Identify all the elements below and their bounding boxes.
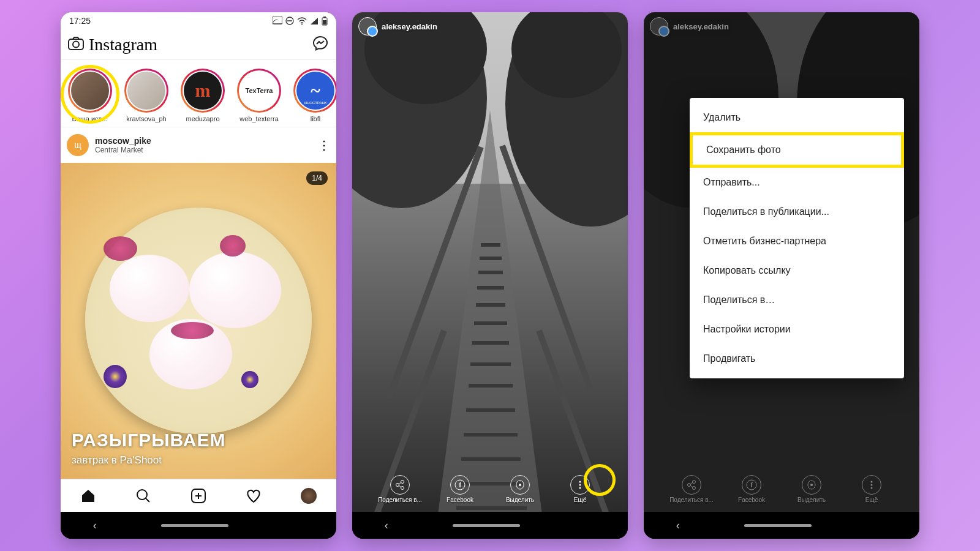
- post-username[interactable]: moscow_pike: [95, 136, 318, 146]
- menu-item[interactable]: Настройки истории: [690, 315, 904, 344]
- system-nav: ‹: [352, 512, 628, 539]
- signal-icon: [310, 17, 318, 25]
- svg-point-8: [73, 41, 79, 47]
- story-actions-bar: Поделиться в...fFacebookВыделитьЕщё: [352, 475, 628, 503]
- story-action-highlight: Выделить: [788, 475, 835, 503]
- more-icon: [570, 475, 590, 495]
- story-label: web_texterra: [239, 115, 279, 122]
- svg-point-61: [871, 481, 873, 483]
- home-pill[interactable]: [161, 524, 228, 527]
- battery-icon: [322, 17, 328, 26]
- post-location[interactable]: Central Market: [95, 146, 318, 154]
- svg-rect-5: [323, 17, 326, 18]
- bottom-nav: [61, 479, 336, 512]
- story-action-label: Поделиться в...: [378, 497, 422, 503]
- svg-point-46: [579, 481, 581, 483]
- menu-item[interactable]: Сохранить фото: [690, 132, 904, 168]
- story-user-avatar[interactable]: [358, 17, 377, 36]
- svg-line-57: [690, 485, 693, 487]
- post-avatar[interactable]: щ: [67, 134, 89, 156]
- post-image[interactable]: 1/4 РАЗЫГРЫВАЕМ завтрак в Pa'Shoot: [61, 163, 336, 479]
- nav-newpost-icon[interactable]: [181, 482, 216, 509]
- app-header: Instagram: [61, 29, 336, 60]
- messenger-icon[interactable]: [312, 35, 329, 54]
- svg-point-55: [693, 487, 696, 490]
- story-action-label: Выделить: [797, 497, 826, 503]
- post-header: щ moscow_pike Central Market ⋮: [61, 127, 336, 163]
- story-media: aleksey.edakin Поделиться в...fFacebookВ…: [644, 12, 919, 512]
- wifi-icon: [297, 17, 307, 25]
- story-action-share[interactable]: Поделиться в...: [376, 475, 424, 503]
- post-more-icon[interactable]: ⋮: [318, 138, 330, 152]
- svg-text:f: f: [750, 481, 753, 489]
- nav-activity-icon[interactable]: [236, 482, 271, 509]
- story-action-label: Поделиться в...: [669, 497, 714, 503]
- story-action-label: Ещё: [574, 497, 586, 503]
- story-label: kravtsova_ph: [126, 115, 166, 122]
- status-time: 17:25: [69, 16, 91, 26]
- carousel-counter: 1/4: [306, 171, 328, 185]
- story-item[interactable]: ~ИНОСТРАНКlibfl: [290, 69, 336, 122]
- back-icon[interactable]: ‹: [676, 519, 680, 532]
- facebook-icon: f: [450, 475, 470, 495]
- story-action-facebook: fFacebook: [728, 475, 775, 503]
- svg-point-45: [519, 484, 521, 486]
- system-nav: ‹: [644, 512, 919, 539]
- story-header: aleksey.edakin: [650, 17, 913, 36]
- phone-story-viewer: aleksey.edakin Поделиться в...fFacebookВ…: [352, 12, 628, 539]
- menu-item[interactable]: Поделиться в…: [690, 285, 904, 315]
- menu-item[interactable]: Копировать ссылку: [690, 256, 904, 285]
- story-item[interactable]: TexTerraweb_texterra: [233, 69, 285, 122]
- story-media[interactable]: aleksey.edakin Поделиться в...fFacebookВ…: [352, 12, 628, 512]
- story-username[interactable]: aleksey.edakin: [382, 22, 437, 31]
- more-icon: [862, 475, 881, 495]
- svg-point-60: [810, 484, 813, 486]
- story-header: aleksey.edakin: [358, 17, 622, 36]
- facebook-icon: f: [742, 475, 761, 495]
- phone-feed: 17:25 Instagram Ваша ист…kravtsova_phmme…: [61, 12, 336, 539]
- camera-icon[interactable]: [68, 36, 84, 53]
- menu-item[interactable]: Отправить...: [690, 168, 904, 197]
- svg-point-54: [693, 481, 696, 484]
- svg-rect-6: [323, 20, 326, 24]
- menu-item[interactable]: Продвигать: [690, 344, 904, 373]
- post-overlay-text: РАЗЫГРЫВАЕМ завтрак в Pa'Shoot: [72, 430, 225, 467]
- nav-search-icon[interactable]: [126, 482, 160, 509]
- menu-item[interactable]: Удалить: [690, 103, 904, 132]
- menu-item[interactable]: Поделиться в публикации...: [690, 197, 904, 227]
- nav-home-icon[interactable]: [71, 482, 105, 509]
- story-label: libfl: [311, 115, 321, 122]
- story-action-label: Ещё: [865, 497, 878, 503]
- svg-point-48: [579, 487, 581, 489]
- svg-point-53: [688, 484, 691, 487]
- back-icon[interactable]: ‹: [93, 519, 97, 532]
- svg-point-38: [396, 484, 399, 487]
- stories-tray[interactable]: Ваша ист…kravtsova_phmmeduzaproTexTerraw…: [61, 60, 336, 127]
- story-item[interactable]: kravtsova_ph: [121, 69, 172, 122]
- story-action-highlight[interactable]: Выделить: [496, 475, 544, 503]
- story-action-label: Facebook: [447, 497, 473, 503]
- menu-item[interactable]: Отметить бизнес-партнера: [690, 227, 904, 256]
- home-pill[interactable]: [744, 524, 812, 527]
- svg-point-3: [301, 23, 303, 24]
- svg-point-62: [871, 484, 873, 486]
- svg-line-41: [399, 482, 401, 484]
- story-action-facebook[interactable]: fFacebook: [436, 475, 484, 503]
- story-options-menu: УдалитьСохранить фотоОтправить...Поделит…: [690, 98, 904, 378]
- home-pill[interactable]: [453, 524, 520, 527]
- svg-text:f: f: [459, 481, 461, 489]
- story-actions-bar: Поделиться в...fFacebookВыделитьЕщё: [644, 475, 919, 503]
- highlight-icon: [510, 475, 530, 495]
- svg-point-40: [401, 487, 404, 490]
- svg-rect-0: [273, 17, 282, 24]
- story-action-label: Facebook: [738, 497, 765, 503]
- phone-story-menu: aleksey.edakin Поделиться в...fFacebookВ…: [644, 12, 919, 539]
- nav-profile-icon[interactable]: [292, 482, 326, 509]
- story-item[interactable]: mmeduzapro: [177, 69, 228, 122]
- back-icon[interactable]: ‹: [385, 519, 388, 532]
- svg-line-42: [399, 485, 401, 487]
- story-item[interactable]: Ваша ист…: [64, 69, 116, 122]
- share-icon: [682, 475, 701, 495]
- svg-point-47: [579, 484, 581, 486]
- story-action-more[interactable]: Ещё: [556, 475, 604, 503]
